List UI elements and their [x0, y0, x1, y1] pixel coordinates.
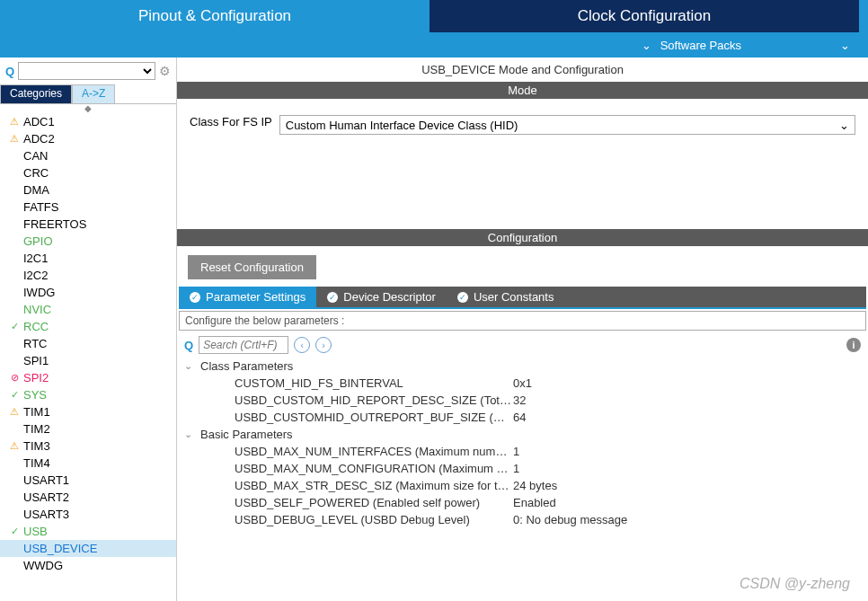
tree-item-nvic[interactable]: NVIC: [0, 301, 176, 318]
tree-item-usart2[interactable]: USART2: [0, 489, 176, 506]
sidebar-tab-categories[interactable]: Categories: [0, 84, 72, 103]
tree-item-label: USART2: [23, 491, 69, 504]
tree-item-label: TIM1: [23, 405, 50, 419]
tree-item-fatfs[interactable]: FATFS: [0, 199, 176, 216]
tree-item-label: NVIC: [23, 303, 51, 316]
collapse-handle[interactable]: ◆: [0, 104, 176, 113]
software-packs-label[interactable]: Software Packs: [660, 39, 741, 52]
tab-clock[interactable]: Clock Configuration: [430, 0, 859, 32]
param-row[interactable]: USBD_CUSTOM_HID_REPORT_DESC_SIZE (Total……: [184, 392, 861, 409]
tree-item-label: WWDG: [23, 559, 63, 572]
gear-icon[interactable]: ⚙: [159, 64, 171, 78]
tab-pinout[interactable]: Pinout & Configuration: [0, 0, 430, 32]
tree-item-rcc[interactable]: ✓RCC: [0, 318, 176, 335]
tree-item-dma[interactable]: DMA: [0, 181, 176, 199]
tree-item-label: TIM2: [23, 422, 50, 436]
tab-device-descriptor[interactable]: ✓ Device Descriptor: [316, 287, 447, 307]
tree-item-wwdg[interactable]: WWDG: [0, 557, 176, 574]
tree-item-freertos[interactable]: FREERTOS: [0, 216, 176, 233]
param-name: USBD_DEBUG_LEVEL (USBD Debug Level): [235, 513, 513, 526]
param-group-header[interactable]: ⌄Class Parameters: [184, 358, 861, 375]
tree-item-usb[interactable]: ✓USB: [0, 523, 176, 540]
tree-item-gpio[interactable]: GPIO: [0, 233, 176, 250]
chevron-down-icon[interactable]: ⌄: [840, 39, 850, 52]
tree-item-spi2[interactable]: ⊘SPI2: [0, 369, 176, 386]
tree-item-usart1[interactable]: USART1: [0, 472, 176, 489]
next-icon[interactable]: ›: [315, 337, 332, 353]
param-name: USBD_SELF_POWERED (Enabled self power): [235, 496, 513, 509]
search-icon[interactable]: Q: [184, 339, 193, 352]
search-icon[interactable]: Q: [5, 65, 14, 78]
tree-item-label: DMA: [23, 183, 49, 197]
warn-icon: ⚠: [7, 116, 22, 128]
param-row[interactable]: USBD_MAX_NUM_CONFIGURATION (Maximum n…1: [184, 460, 861, 477]
tree-item-iwdg[interactable]: IWDG: [0, 284, 176, 301]
content-area: USB_DEVICE Mode and Configuration Mode C…: [177, 57, 868, 601]
tree-item-label: FREERTOS: [23, 217, 86, 231]
warn-icon: ⚠: [7, 440, 22, 452]
tree-item-label: RTC: [23, 337, 47, 350]
tree-item-tim3[interactable]: ⚠TIM3: [0, 437, 176, 455]
param-value: Enabled: [513, 496, 556, 509]
param-name: USBD_CUSTOMHID_OUTREPORT_BUF_SIZE (Ma…: [235, 411, 513, 424]
param-name: CUSTOM_HID_FS_BINTERVAL: [235, 376, 513, 390]
tab-user-constants[interactable]: ✓ User Constants: [447, 287, 565, 307]
tree-item-label: IWDG: [23, 286, 55, 299]
config-search-input[interactable]: [199, 336, 288, 354]
mode-select[interactable]: Custom Human Interface Device Class (HID…: [279, 115, 855, 135]
param-row[interactable]: USBD_DEBUG_LEVEL (USBD Debug Level)0: No…: [184, 511, 861, 528]
tab-label: Device Descriptor: [343, 290, 436, 304]
tree-item-label: SPI1: [23, 354, 49, 367]
tree-item-adc1[interactable]: ⚠ADC1: [0, 113, 176, 130]
err-icon: ⊘: [7, 372, 22, 384]
mode-select-value: Custom Human Interface Device Class (HID…: [286, 119, 518, 132]
tree-item-adc2[interactable]: ⚠ADC2: [0, 130, 176, 147]
tree-item-rtc[interactable]: RTC: [0, 335, 176, 352]
ok-icon: ✓: [7, 321, 22, 332]
tree-item-spi1[interactable]: SPI1: [0, 352, 176, 369]
param-value: 1: [513, 445, 519, 458]
prev-icon[interactable]: ‹: [294, 337, 310, 353]
ok-icon: ✓: [7, 526, 22, 537]
param-value: 1: [513, 462, 519, 475]
tree-item-label: USB_DEVICE: [23, 542, 97, 555]
tree-item-label: USB: [23, 525, 48, 538]
sub-bar: ⌄ Software Packs ⌄: [0, 32, 868, 57]
config-header: Configuration: [177, 229, 868, 246]
param-name: USBD_MAX_NUM_INTERFACES (Maximum numb…: [235, 445, 513, 458]
tree-item-sys[interactable]: ✓SYS: [0, 386, 176, 403]
tree-item-crc[interactable]: CRC: [0, 164, 176, 181]
param-value: 0: No debug message: [513, 513, 627, 526]
chevron-down-icon: ⌄: [839, 119, 849, 132]
tree-item-can[interactable]: CAN: [0, 147, 176, 164]
tree-item-label: I2C2: [23, 269, 48, 282]
tree-item-tim4[interactable]: TIM4: [0, 455, 176, 472]
sidebar-search-select[interactable]: [18, 62, 155, 80]
tree-item-usart3[interactable]: USART3: [0, 506, 176, 523]
tree-item-tim2[interactable]: TIM2: [0, 420, 176, 437]
tree-item-label: GPIO: [23, 234, 53, 248]
param-row[interactable]: USBD_MAX_NUM_INTERFACES (Maximum numb…1: [184, 443, 861, 460]
tree-item-usb_device[interactable]: USB_DEVICE: [0, 540, 176, 557]
reset-button[interactable]: Reset Configuration: [188, 255, 316, 279]
param-row[interactable]: CUSTOM_HID_FS_BINTERVAL0x1: [184, 375, 861, 392]
tab-label: Parameter Settings: [206, 290, 306, 304]
tree-item-tim1[interactable]: ⚠TIM1: [0, 403, 176, 420]
param-value: 0x1: [513, 376, 532, 390]
tree-item-label: SYS: [23, 388, 47, 402]
tree-item-i2c1[interactable]: I2C1: [0, 250, 176, 267]
chevron-down-icon: ⌄: [642, 39, 651, 52]
info-icon[interactable]: i: [846, 338, 861, 352]
sidebar-tab-az[interactable]: A->Z: [72, 84, 115, 103]
param-row[interactable]: USBD_SELF_POWERED (Enabled self power)En…: [184, 494, 861, 511]
tree-item-label: CRC: [23, 166, 49, 180]
tab-parameter-settings[interactable]: ✓ Parameter Settings: [179, 287, 316, 307]
param-row[interactable]: USBD_CUSTOMHID_OUTREPORT_BUF_SIZE (Ma…64: [184, 409, 861, 426]
group-name: Class Parameters: [200, 359, 293, 373]
param-name: USBD_CUSTOM_HID_REPORT_DESC_SIZE (Total…: [235, 393, 513, 407]
tree-item-label: TIM3: [23, 439, 50, 453]
tree-item-label: TIM4: [23, 456, 50, 470]
param-group-header[interactable]: ⌄Basic Parameters: [184, 426, 861, 443]
tree-item-i2c2[interactable]: I2C2: [0, 267, 176, 284]
param-row[interactable]: USBD_MAX_STR_DESC_SIZ (Maximum size for …: [184, 477, 861, 494]
